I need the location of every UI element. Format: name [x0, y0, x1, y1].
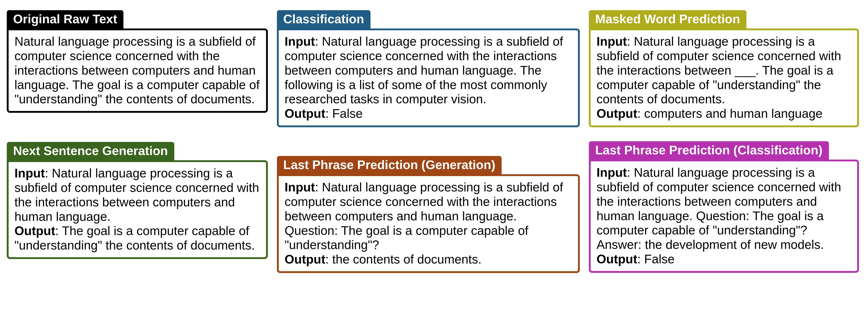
tab-original-raw-text: Original Raw Text: [7, 10, 123, 29]
text-original-raw: Natural language processing is a subfiel…: [14, 34, 259, 106]
body-original-raw-text: Natural language processing is a subfiel…: [7, 29, 268, 113]
colon: :: [627, 165, 634, 180]
label-input: Input: [14, 166, 45, 180]
body-last-phrase-generation: Input: Natural language processing is a …: [277, 174, 580, 273]
label-output: Output: [14, 224, 55, 238]
tab-next-sentence-generation: Next Sentence Generation: [7, 142, 174, 160]
label-output: Output: [596, 252, 637, 266]
card-last-phrase-classification: Last Phrase Prediction (Classification) …: [589, 141, 859, 273]
colon: :: [315, 34, 322, 49]
label-input: Input: [596, 165, 627, 180]
body-next-sentence-generation: Input: Natural language processing is a …: [7, 160, 268, 259]
body-classification: Input: Natural language processing is a …: [277, 29, 580, 127]
tab-last-phrase-classification: Last Phrase Prediction (Classification): [589, 141, 829, 160]
tab-masked-word-prediction: Masked Word Prediction: [589, 10, 746, 29]
colon: :: [45, 166, 52, 180]
colon: :: [627, 34, 634, 49]
colon: :: [55, 224, 62, 238]
label-output: Output: [596, 106, 637, 121]
input-classification: Natural language processing is a subfiel…: [285, 34, 563, 106]
label-input: Input: [596, 34, 627, 49]
card-original-raw-text: Original Raw Text Natural language proce…: [7, 10, 268, 113]
output-last-class: False: [644, 252, 675, 266]
colon: :: [637, 106, 644, 121]
colon: :: [637, 252, 644, 266]
colon: :: [315, 180, 322, 194]
card-next-sentence-generation: Next Sentence Generation Input: Natural …: [7, 142, 268, 259]
output-masked: computers and human language: [644, 106, 823, 121]
tab-last-phrase-generation: Last Phrase Prediction (Generation): [277, 156, 502, 174]
tab-classification: Classification: [277, 10, 370, 29]
label-input: Input: [285, 34, 315, 49]
body-last-phrase-classification: Input: Natural language processing is a …: [589, 160, 859, 273]
body-masked-word-prediction: Input: Natural language processing is a …: [589, 29, 859, 127]
label-output: Output: [285, 252, 325, 266]
colon: :: [325, 252, 332, 266]
output-last-gen: the contents of documents.: [332, 252, 482, 266]
colon: :: [325, 106, 332, 121]
card-last-phrase-generation: Last Phrase Prediction (Generation) Inpu…: [277, 156, 580, 273]
label-input: Input: [285, 180, 315, 194]
label-output: Output: [285, 106, 325, 121]
card-classification: Classification Input: Natural language p…: [277, 10, 580, 127]
input-last-gen: Natural language processing is a subfiel…: [285, 180, 563, 252]
card-masked-word-prediction: Masked Word Prediction Input: Natural la…: [589, 10, 859, 127]
output-classification: False: [332, 106, 363, 121]
